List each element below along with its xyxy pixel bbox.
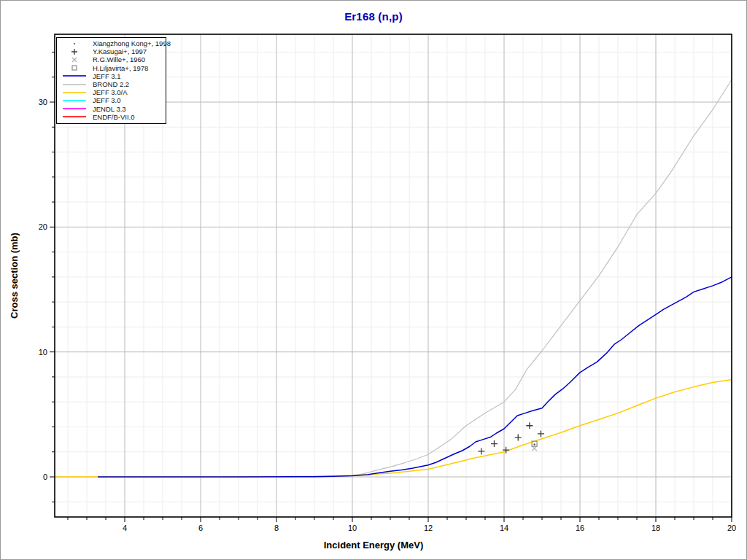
legend-item-4: H.Liljavirta+, 1978: [57, 64, 166, 72]
legend-line-swatch: [61, 97, 88, 104]
legend-item-5: JEFF 3.1: [57, 72, 166, 80]
legend-item-3: R.G.Wille+, 1960: [57, 55, 166, 63]
legend-item-8: JEFF 3.0: [57, 96, 166, 104]
legend-label: JEFF 3.1: [93, 72, 121, 80]
legend-label: JEFF 3.0/A: [93, 88, 128, 96]
y-axis-title: Cross section (mb): [9, 233, 20, 319]
legend-line-swatch: [61, 105, 88, 112]
x-tick-label: 10: [348, 524, 357, 532]
x-tick-label: 20: [727, 524, 736, 532]
y-tick-label: 0: [43, 472, 47, 481]
legend-label: BROND 2.2: [93, 80, 129, 88]
legend-line-swatch: [61, 89, 88, 96]
legend-box: Xiangzhong Kong+, 1998Y.Kasugai+, 1997R.…: [56, 37, 166, 124]
x-tick-label: 16: [576, 524, 584, 532]
marker-y-kasugai-1997: [526, 422, 533, 429]
legend-item-7: JEFF 3.0/A: [57, 88, 166, 96]
x-tick-label: 14: [500, 524, 508, 532]
x-axis-title: Incident Energy (MeV): [1, 540, 746, 551]
legend-cross-swatch: [61, 56, 88, 63]
legend-square-swatch: [61, 64, 88, 71]
legend-label: H.Liljavirta+, 1978: [93, 64, 148, 72]
legend-item-10: ENDF/B-VII.0: [57, 113, 166, 121]
y-tick-label: 10: [39, 348, 47, 357]
legend-label: Y.Kasugai+, 1997: [93, 47, 147, 55]
legend-line-swatch: [61, 81, 88, 88]
legend-label: R.G.Wille+, 1960: [93, 55, 145, 63]
marker-y-kasugai-1997: [538, 430, 544, 437]
legend-line-swatch: [61, 113, 88, 120]
legend-label: JENDL 3.3: [93, 105, 126, 113]
legend-item-1: Xiangzhong Kong+, 1998: [57, 39, 166, 47]
legend-plus-swatch: [61, 48, 88, 55]
y-tick-label: 30: [39, 98, 47, 106]
marker-xiangzhong-kong-1998: [533, 443, 535, 445]
legend-label: JEFF 3.0: [93, 96, 121, 104]
legend-label: ENDF/B-VII.0: [93, 113, 135, 121]
chart-window: Er168 (n,p) 4681012141618200102030 Xiang…: [0, 0, 747, 560]
legend-line-swatch: [61, 72, 88, 79]
legend-item-9: JENDL 3.3: [57, 105, 166, 113]
legend-dot-swatch: [61, 40, 88, 47]
x-tick-label: 8: [274, 524, 279, 532]
x-tick-label: 6: [198, 524, 203, 532]
marker-y-kasugai-1997: [515, 435, 522, 441]
y-tick-label: 20: [39, 222, 47, 231]
marker-y-kasugai-1997: [491, 440, 498, 447]
x-tick-label: 4: [123, 524, 127, 532]
curve-jeff-3-0-a: [55, 379, 732, 477]
x-tick-label: 12: [424, 524, 433, 532]
x-tick-label: 18: [651, 524, 660, 532]
marker-y-kasugai-1997: [478, 448, 484, 454]
legend-item-6: BROND 2.2: [57, 80, 166, 88]
legend-item-2: Y.Kasugai+, 1997: [57, 47, 166, 55]
legend-label: Xiangzhong Kong+, 1998: [93, 39, 171, 47]
